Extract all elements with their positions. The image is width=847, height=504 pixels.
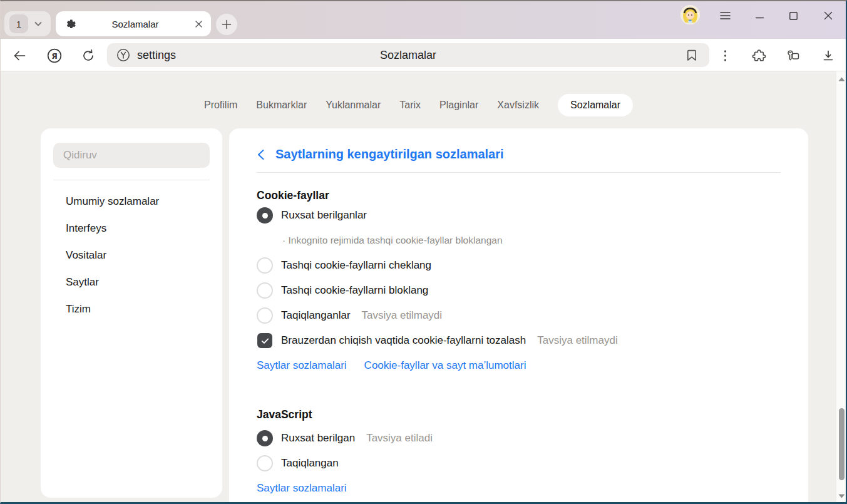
browser-window: 1 Sozlamalar [0, 0, 847, 504]
divider [53, 180, 210, 180]
back-button[interactable] [10, 46, 29, 65]
tab-list-button[interactable]: 1 [4, 11, 51, 36]
sidebar-item-interfeys[interactable]: Interfeys [53, 215, 210, 242]
option-hint: Tavsiya etilmaydi [362, 309, 443, 322]
address-bar[interactable]: settings Sozlamalar [107, 43, 709, 67]
address-value: settings [137, 49, 176, 62]
section-back-title[interactable]: Saytlarning kengaytirilgan sozlamalari [275, 147, 504, 162]
cookies-heading: Cookie-fayllar [257, 188, 781, 203]
toolbar: Я settings Sozlamalar [1, 39, 846, 71]
tab-bukmarklar[interactable]: Bukmarklar [256, 94, 307, 116]
sidebar-item-umumiy-sozlamalar[interactable]: Umumiy sozlamalar [53, 188, 210, 215]
radio-unselected-icon[interactable] [257, 257, 273, 274]
radio-unselected-icon[interactable] [257, 307, 273, 324]
titlebar: 1 Sozlamalar [1, 1, 846, 39]
menu-icon [719, 11, 731, 21]
maximize-button[interactable] [784, 6, 803, 25]
chevron-left-icon [257, 149, 265, 160]
chevron-down-icon [33, 19, 43, 29]
checkbox-clear-cookies[interactable]: Brauzerdan chiqish vaqtida cookie-faylla… [257, 328, 781, 353]
tab-plaginlar[interactable]: Plaginlar [439, 94, 478, 116]
page-title: Sozlamalar [107, 49, 709, 62]
radio-selected-icon[interactable] [257, 207, 273, 224]
sidebar-item-vositalar[interactable]: Vositalar [53, 242, 210, 269]
reload-icon [81, 48, 96, 63]
radio-option-js-taqiqlangan[interactable]: Taqiqlangan [257, 451, 781, 476]
option-hint: Tavsiya etilmaydi [537, 334, 618, 347]
link-saytlar-sozlamalari[interactable]: Saytlar sozlamalari [257, 359, 347, 372]
tab-tarix[interactable]: Tarix [399, 94, 421, 116]
downloads-button[interactable] [819, 46, 838, 65]
tab-sozlamalar[interactable]: Sozlamalar [558, 94, 633, 116]
javascript-heading: JavaScript [257, 407, 781, 422]
avatar[interactable] [680, 5, 700, 24]
svg-text:Я: Я [51, 51, 58, 61]
scrollbar[interactable] [836, 71, 846, 503]
settings-page: Profilim Bukmarklar Yuklanmalar Tarix Pl… [1, 71, 846, 504]
link-js-saytlar-sozlamalari[interactable]: Saytlar sozlamalari [257, 482, 347, 495]
kebab-menu-icon [724, 49, 727, 62]
radio-unselected-icon[interactable] [257, 282, 273, 299]
settings-main: Saytlarning kengaytirilgan sozlamalari C… [229, 128, 808, 504]
sidebar-item-saytlar[interactable]: Saytlar [53, 269, 210, 296]
maximize-icon [789, 11, 798, 21]
scroll-down-icon[interactable] [836, 491, 846, 501]
key-card-icon [785, 48, 801, 64]
tab-yuklanmalar[interactable]: Yuklanmalar [326, 94, 381, 116]
radio-option-taqiqlanganlar[interactable]: Taqiqlanganlar Tavsiya etilmaydi [257, 303, 781, 328]
option-note: · Inkognito rejimida tashqi cookie-fayll… [257, 228, 781, 253]
sidebar-item-tizim[interactable]: Tizim [53, 296, 210, 322]
tab-title: Sozlamalar [76, 19, 194, 29]
yandex-home-button[interactable]: Я [45, 46, 64, 65]
browser-tab[interactable]: Sozlamalar [56, 11, 211, 36]
radio-unselected-icon[interactable] [257, 455, 273, 471]
plus-icon [221, 19, 232, 30]
puzzle-icon [751, 48, 767, 64]
bookmark-button[interactable] [679, 46, 704, 64]
radio-option-cheklang[interactable]: Tashqi cookie-fayllarni cheklang [257, 253, 781, 278]
search-input[interactable] [53, 143, 210, 168]
gear-icon [63, 18, 76, 31]
link-cookie-sayt-malumotlari[interactable]: Cookie-fayllar va sayt ma’lumotlari [364, 359, 526, 372]
settings-sidebar: Umumiy sozlamalar Interfeys Vositalar Sa… [41, 128, 222, 498]
tab-xavfsizlik[interactable]: Xavfsizlik [497, 94, 539, 116]
back-link[interactable]: Saytlarning kengaytirilgan sozlamalari [257, 128, 781, 162]
download-icon [821, 48, 836, 63]
reload-button[interactable] [79, 46, 98, 65]
protect-icon [116, 48, 131, 63]
tab-profilim[interactable]: Profilim [204, 94, 237, 116]
radio-option-bloklang[interactable]: Tashqi cookie-fayllarni bloklang [257, 278, 781, 303]
radio-option-ruxsat-berilganlar[interactable]: Ruxsat berilganlar [257, 203, 781, 228]
settings-nav: Profilim Bukmarklar Yuklanmalar Tarix Pl… [1, 94, 836, 116]
scrollbar-thumb[interactable] [839, 408, 844, 480]
close-icon [823, 11, 833, 21]
scroll-up-icon[interactable] [836, 74, 846, 84]
bookmark-icon [685, 48, 698, 62]
back-icon [12, 48, 27, 63]
passwords-button[interactable] [784, 46, 803, 65]
checkbox-checked-icon[interactable] [257, 333, 272, 348]
tab-count-badge[interactable]: 1 [9, 14, 28, 33]
minimize-icon [755, 11, 764, 21]
radio-option-js-ruxsat[interactable]: Ruxsat berilgan Tavsiya etiladi [257, 426, 781, 451]
tab-close-icon[interactable] [194, 19, 203, 29]
divider [257, 172, 781, 173]
close-window-button[interactable] [819, 6, 838, 25]
extensions-button[interactable] [749, 46, 768, 65]
option-hint: Tavsiya etiladi [366, 432, 433, 445]
browser-menu-button[interactable] [716, 6, 734, 25]
page-actions-button[interactable] [716, 46, 734, 65]
yandex-logo-icon: Я [46, 48, 63, 64]
minimize-button[interactable] [750, 6, 769, 25]
new-tab-button[interactable] [216, 14, 237, 35]
radio-selected-icon[interactable] [257, 430, 273, 446]
